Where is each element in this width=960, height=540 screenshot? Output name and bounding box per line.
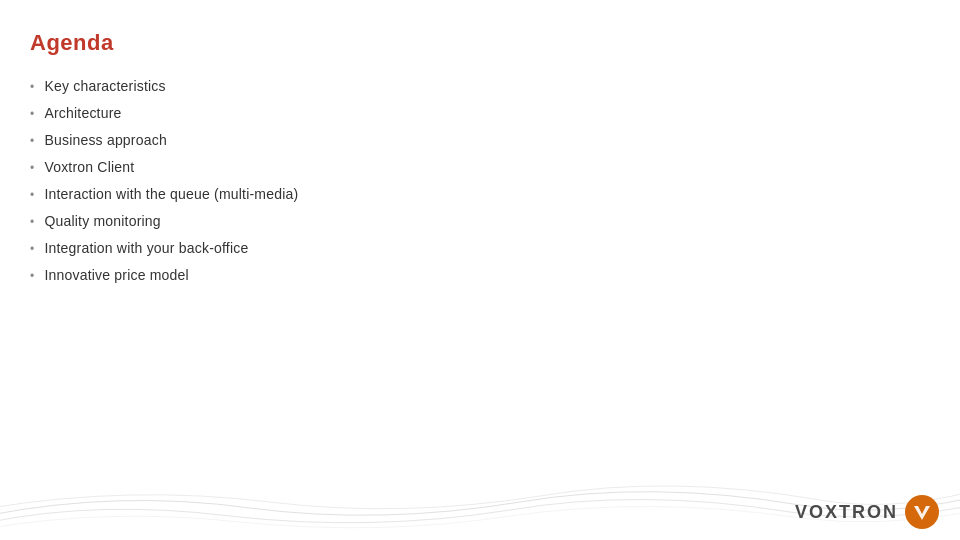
bullet-icon: •: [30, 105, 34, 123]
list-item-label: Architecture: [44, 103, 121, 124]
list-item-label: Key characteristics: [44, 76, 165, 97]
list-item: •Integration with your back-office: [30, 238, 920, 259]
list-item-label: Business approach: [44, 130, 166, 151]
logo-text: VOXTRON: [795, 502, 898, 523]
list-item-label: Voxtron Client: [44, 157, 134, 178]
list-item: •Innovative price model: [30, 265, 920, 286]
content-area: Agenda •Key characteristics•Architecture…: [0, 0, 960, 286]
page-title: Agenda: [30, 30, 920, 56]
list-item-label: Integration with your back-office: [44, 238, 248, 259]
bullet-icon: •: [30, 159, 34, 177]
svg-point-0: [905, 495, 939, 529]
slide: Agenda •Key characteristics•Architecture…: [0, 0, 960, 540]
list-item: •Business approach: [30, 130, 920, 151]
bullet-icon: •: [30, 267, 34, 285]
bullet-icon: •: [30, 186, 34, 204]
list-item: •Interaction with the queue (multi-media…: [30, 184, 920, 205]
voxtron-logo: VOXTRON: [795, 494, 940, 530]
bullet-icon: •: [30, 240, 34, 258]
list-item: •Architecture: [30, 103, 920, 124]
list-item: •Quality monitoring: [30, 211, 920, 232]
agenda-list: •Key characteristics•Architecture•Busine…: [30, 76, 920, 286]
bullet-icon: •: [30, 213, 34, 231]
list-item-label: Innovative price model: [44, 265, 188, 286]
list-item: •Key characteristics: [30, 76, 920, 97]
list-item-label: Quality monitoring: [44, 211, 160, 232]
bullet-icon: •: [30, 78, 34, 96]
list-item-label: Interaction with the queue (multi-media): [44, 184, 298, 205]
list-item: •Voxtron Client: [30, 157, 920, 178]
bullet-icon: •: [30, 132, 34, 150]
logo-icon: [904, 494, 940, 530]
